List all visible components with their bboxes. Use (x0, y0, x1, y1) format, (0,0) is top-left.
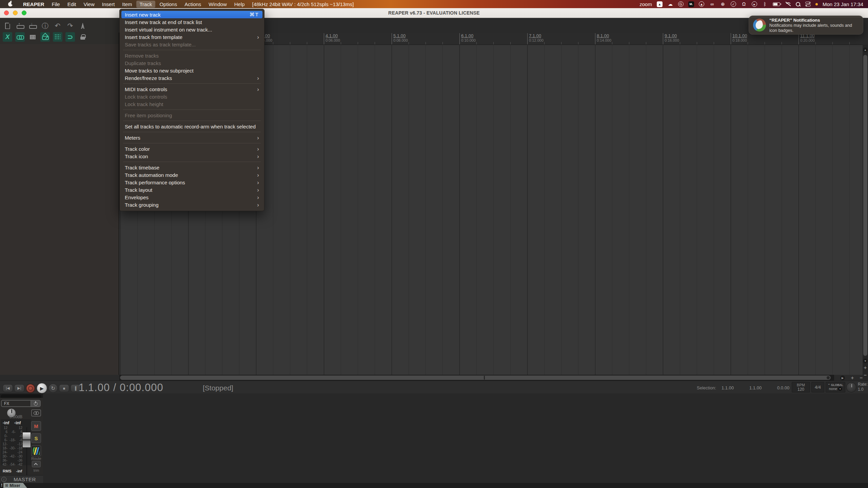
lock-toggle[interactable] (78, 32, 87, 42)
undo-button[interactable]: ↶ (53, 21, 62, 30)
gdrive-icon[interactable]: G (678, 1, 684, 7)
trim-button[interactable] (32, 461, 41, 467)
mixer-docker-header[interactable] (0, 393, 43, 398)
menu-item-render-freeze-tracks[interactable]: Render/freeze tracks (121, 74, 262, 82)
grid-toggle[interactable] (53, 32, 62, 42)
go-to-end-button[interactable]: ▶| (14, 384, 24, 392)
dropdown-arrow-icon[interactable]: ▼ (838, 387, 842, 391)
selection-end-value[interactable]: 1.1.00 (749, 385, 762, 390)
open-project-button[interactable]: ↑ (15, 21, 25, 30)
envelope-points-toggle[interactable] (40, 32, 50, 42)
menu-item[interactable]: Item (119, 1, 135, 8)
selection-start-value[interactable]: 1.1.00 (722, 385, 734, 390)
menu-item-insert-track-template[interactable]: Insert track from template (121, 33, 262, 41)
volume-fader-thumb[interactable] (22, 432, 31, 448)
scroll-right-button[interactable]: ▶ (840, 375, 845, 380)
horizontal-scrollbar[interactable] (119, 375, 834, 381)
onedrive-cloud-icon[interactable]: ☁ (667, 1, 673, 7)
battery-icon[interactable] (773, 2, 780, 6)
play-circle-icon[interactable]: ▸ (752, 1, 757, 7)
fx-insert-button[interactable]: FX (1, 400, 41, 407)
menu-item-envelopes[interactable]: Envelopes (121, 194, 262, 201)
shield-check-icon[interactable]: ✓ (731, 1, 736, 7)
menu-item-insert-virtual-instrument[interactable]: Insert virtual instrument on new track..… (121, 26, 262, 33)
menu-help[interactable]: Help (231, 1, 248, 8)
menu-options[interactable]: Options (156, 1, 180, 8)
menu-view[interactable]: View (80, 1, 98, 8)
menu-item-track-automation-mode[interactable]: Track automation mode (121, 171, 262, 179)
menu-item-track-timebase[interactable]: Track timebase (121, 164, 262, 171)
project-settings-button[interactable]: ⓘ (40, 21, 50, 30)
close-box-icon[interactable]: ⊠ (5, 483, 8, 488)
menu-insert[interactable]: Insert (99, 1, 118, 8)
horizontal-scrollbar-thumb[interactable] (120, 375, 831, 380)
horizontal-zoom-in-button[interactable]: + (850, 375, 855, 381)
search-icon[interactable] (795, 2, 801, 7)
new-project-button[interactable] (3, 21, 12, 30)
mute-button[interactable]: M (31, 421, 41, 431)
bluetooth-icon[interactable]: ᛒ (762, 1, 768, 7)
mixer-dock-tab[interactable]: ⊠ Mixer (3, 483, 28, 488)
headphones-icon[interactable]: Ω (741, 1, 747, 7)
menu-item-track-icon[interactable]: Track icon (121, 152, 262, 160)
master-track-row[interactable]: i MASTER (0, 475, 43, 483)
control-center-icon[interactable] (805, 2, 811, 6)
menu-item-midi-track-controls[interactable]: MIDI track controls (121, 85, 262, 93)
stereo-width-button[interactable] (31, 409, 41, 416)
fader-gain-value[interactable]: 0.00dB (1, 414, 31, 419)
app-triangle-icon[interactable]: ▲ (657, 1, 663, 7)
menu-item-track-grouping[interactable]: Track grouping (121, 201, 262, 208)
metronome-button[interactable] (78, 21, 87, 30)
menu-track[interactable]: Track (136, 1, 156, 8)
vertical-scrollbar-thumb[interactable] (863, 55, 867, 356)
vertical-zoom-in-button[interactable]: + (863, 365, 868, 370)
menu-window[interactable]: Window (205, 1, 230, 8)
menu-actions[interactable]: Actions (181, 1, 204, 8)
globe-icon[interactable]: ⊕ (720, 1, 726, 7)
repeat-button[interactable]: ↻ (48, 384, 58, 393)
horizontal-zoom-out-button[interactable]: − (859, 375, 864, 381)
bpm-control[interactable]: BPM 120 (792, 382, 810, 392)
item-grouping-toggle[interactable] (15, 32, 25, 42)
selection-length-value[interactable]: 0.0.00 (777, 385, 789, 390)
adobe-icon[interactable]: ▲ (699, 1, 704, 7)
menu-edit[interactable]: Edit (64, 1, 80, 8)
mail-icon[interactable]: M. (688, 1, 694, 7)
menu-item-track-color[interactable]: Track color (121, 145, 262, 152)
menu-item-auto-record-arm[interactable]: Set all tracks to automatic record-arm w… (121, 123, 262, 130)
save-project-button[interactable]: ↓ (28, 21, 37, 30)
zoom-menu[interactable]: zoom (639, 1, 652, 7)
menu-item-insert-new-track[interactable]: Insert new track⌘T (121, 11, 262, 18)
solo-button[interactable]: S (31, 433, 41, 443)
time-signature-control[interactable]: 4/4 (811, 382, 824, 392)
apple-menu[interactable] (4, 0, 19, 8)
info-icon[interactable]: i (1, 477, 6, 482)
fx-bypass-button[interactable] (31, 401, 40, 406)
redo-button[interactable]: ↷ (65, 21, 75, 30)
record-button[interactable] (26, 384, 35, 393)
menu-item-track-performance-options[interactable]: Track performance options (121, 179, 262, 186)
play-button[interactable]: ▶ (37, 383, 47, 393)
notification-banner[interactable]: “REAPER” Notifications Notifications may… (749, 16, 863, 35)
ripple-edit-toggle[interactable] (28, 32, 37, 42)
vertical-scrollbar[interactable]: ▲ ▼ + − (863, 45, 868, 380)
scroll-down-button[interactable]: ▼ (863, 359, 868, 363)
stop-button[interactable]: ■ (59, 384, 69, 392)
creative-cloud-icon[interactable]: ∞ (709, 1, 715, 7)
rate-value[interactable]: 1.0 (858, 387, 864, 392)
scroll-up-button[interactable]: ▲ (863, 47, 868, 52)
menu-file[interactable]: File (48, 1, 63, 8)
route-button[interactable] (31, 446, 41, 456)
bpm-value[interactable]: 120 (792, 387, 810, 392)
menu-item-move-tracks-subproject[interactable]: Move tracks to new subproject (121, 67, 262, 74)
app-menu[interactable]: REAPER (20, 1, 48, 8)
menu-item-meters[interactable]: Meters (121, 134, 262, 141)
go-to-start-button[interactable]: |◀ (3, 384, 13, 392)
global-automation-control[interactable]: ⌃ GLOBAL none▼ (826, 382, 845, 392)
transport-position-display[interactable]: 1.1.00 / 0:00.000 (79, 382, 163, 394)
auto-crossfade-toggle[interactable]: X (3, 32, 12, 42)
menu-item-track-layout[interactable]: Track layout (121, 186, 262, 194)
track-control-panel[interactable] (0, 44, 119, 375)
snap-toggle[interactable]: ⊃ (65, 32, 75, 42)
playrate-knob[interactable] (846, 382, 856, 392)
